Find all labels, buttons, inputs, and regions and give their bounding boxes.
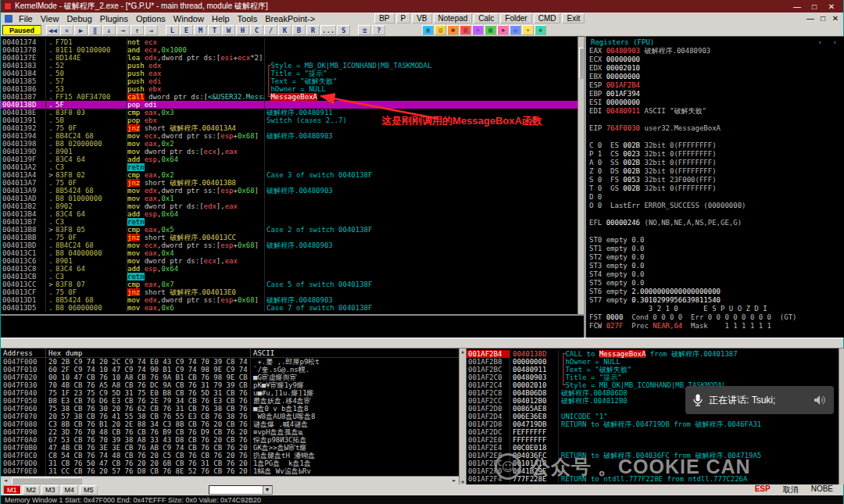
command-input[interactable] <box>209 486 263 494</box>
menu-tools[interactable]: Tools <box>234 14 262 23</box>
disasm-row[interactable]: 004013C1.B8 04000000mov eax,0x4 <box>1 249 584 257</box>
mdi-close-button[interactable]: ✕ <box>829 13 842 24</box>
maximize-button[interactable]: □ <box>806 1 823 12</box>
register-line[interactable]: ST0 empty 0.0 <box>589 236 844 245</box>
disasm-row[interactable]: 004013B8>83F8 05cmp eax,0x5Case 2 of swi… <box>1 226 584 234</box>
status-tab-m3[interactable]: M3 <box>41 485 59 495</box>
disasm-row[interactable]: 004013A9.8B5424 68mov edx,dword ptr ss:[… <box>1 187 584 195</box>
restart-button[interactable]: ◀◀ <box>46 25 59 35</box>
memory-dump-panel[interactable]: Address Hex dump ASCII 0047F00020 2B C9 … <box>1 349 459 484</box>
memory-row[interactable]: 0047F080C3 8B CB 76 B1 20 2E 88 34 C3 8B… <box>1 420 459 428</box>
mdi-minimize-button[interactable]: — <box>804 13 817 24</box>
mdi-restore-button[interactable]: □ <box>817 13 829 24</box>
memory-row[interactable]: 0047F04075 1F 23 75 C9 5D 31 75 E0 B8 CB… <box>1 389 459 397</box>
memory-hscrollbar-thumb[interactable] <box>12 477 82 484</box>
register-line[interactable]: T 0 GS 002B 32bit 0(FFFFFFFF) <box>589 184 844 193</box>
stack-row[interactable]: 001AF2B800000000│hOwner = NULL <box>467 358 839 366</box>
run-button[interactable]: ▶ <box>74 25 88 35</box>
view-button-item[interactable]: ... <box>320 25 336 35</box>
disasm-row[interactable]: 004013A7.75 0Fjnz short 破解程序.004013B8 <box>1 179 584 187</box>
memory-hscrollbar[interactable]: ◄ ► <box>1 476 459 484</box>
disasm-row[interactable]: 0040137E.8D144Elea edx,dword ptr ds:[esi… <box>1 54 584 62</box>
register-line[interactable]: EBX 00000000 <box>589 73 844 81</box>
step-into-button[interactable]: ↓ <box>102 25 116 35</box>
register-line[interactable] <box>589 210 844 219</box>
register-line[interactable]: ST2 empty 0.0 <box>589 253 844 262</box>
menu-plugins[interactable]: Plugins <box>96 14 132 23</box>
register-line[interactable]: D 0 <box>589 193 844 202</box>
register-line[interactable]: EFL 00000246 (NO,NB,NE,A,NS,PE,GE,G) <box>589 219 844 227</box>
view-button-l[interactable]: L <box>166 25 179 35</box>
view-button-t[interactable]: T <box>208 25 221 35</box>
view-button-h[interactable]: H <box>236 25 249 35</box>
memory-row[interactable]: 0047F0B047 4B CB 76 3E 3E CB 76 AB C9 74… <box>1 444 459 452</box>
help-button[interactable]: ? <box>372 25 385 35</box>
view-button-m[interactable]: M <box>194 25 207 35</box>
plugin-icon-memory[interactable]: ▥ <box>460 25 471 35</box>
view-button-e[interactable]: E <box>180 25 193 35</box>
stack-row[interactable]: 001AF2C000480903│Title = "提示" <box>467 374 839 381</box>
register-line[interactable]: A 0 SS 002B 32bit 0(FFFFFFFF) <box>589 159 844 167</box>
stack-scrollbar[interactable] <box>839 349 844 484</box>
register-line[interactable]: C 0 ES 002B 32bit 0(FFFFFFFF) <box>589 141 844 150</box>
registers-panel[interactable]: Registers (FPU) ‹ › EAX 00480903 破解程序.00… <box>584 36 844 338</box>
menubar-button-exit[interactable]: Exit <box>562 13 585 23</box>
register-line[interactable]: EBP 001AF394 <box>589 90 844 98</box>
scroll-right-arrow-icon[interactable]: ► <box>449 477 459 484</box>
memory-row[interactable]: 0047F09022 3D 76 70 48 CB 76 CB 76 B9 CB… <box>1 428 459 436</box>
disasm-row[interactable]: 004013C8.83C4 64add esp,0x64 <box>1 265 584 273</box>
plugin-icon-patches[interactable]: + <box>522 25 534 35</box>
disasm-row[interactable]: 004013D5.B8 06000000mov eax,0x6Case 7 of… <box>1 304 584 312</box>
register-line[interactable]: ESP 001AF2B4 <box>589 81 844 90</box>
disasm-row[interactable]: 00401385.57push edi│Text = "破解失败" <box>1 77 584 85</box>
plugin-icon-log[interactable]: ▤ <box>435 25 446 35</box>
stack-row[interactable]: 001AF2D8004719DBRETURN to 破解程序.004719DB … <box>467 420 839 428</box>
view-button-k[interactable]: K <box>278 25 291 35</box>
register-line[interactable]: ST3 empty 0.0 <box>589 262 844 270</box>
status-tab-m4[interactable]: M4 <box>61 485 79 495</box>
register-line[interactable]: EIP 764F0030 user32.MessageBoxA <box>589 124 844 133</box>
disasm-row[interactable]: 004013C6.8901mov dword ptr ds:[ecx],eax <box>1 257 584 265</box>
registers-scroll-left-button[interactable]: ‹ <box>815 38 825 46</box>
plugin-icon-cpu[interactable]: ▣ <box>422 25 434 35</box>
register-line[interactable]: O 0 LastErr ERROR_SUCCESS (00000000) <box>589 202 844 210</box>
memory-row[interactable]: 0047F050B8 E3 CB 76 D6 E3 CB 76 2E 79 34… <box>1 397 459 405</box>
disasm-row[interactable]: 004013D1.8B5424 68mov edx,dword ptr ss:[… <box>1 296 584 304</box>
menubar-button-notepad[interactable]: Notepad <box>434 13 473 23</box>
register-line[interactable]: ST1 empty 0.0 <box>589 245 844 253</box>
memory-row[interactable]: 0047F06075 38 CB 76 30 20 76 62 CB 76 31… <box>1 405 459 413</box>
stack-row[interactable]: 001AF2E400C0E018 <box>467 444 839 452</box>
status-tab-m1[interactable]: M1 <box>3 485 21 495</box>
disasm-row[interactable]: 00401386.53push ebx│hOwner = NULL <box>1 85 584 93</box>
status-tab-m5[interactable]: M5 <box>80 485 98 495</box>
disassembly-panel[interactable]: 00401374.F7D1not ecx00401378.81E1 001000… <box>1 36 584 314</box>
plugin-icon-modules[interactable]: ▦ <box>485 25 496 35</box>
plugin-icon-handles[interactable]: ◆ <box>497 25 509 35</box>
menu-window[interactable]: Window <box>170 14 208 23</box>
disasm-row[interactable]: 004013B2.8902mov dword ptr ds:[edx],eax <box>1 202 584 210</box>
plugin-icon-trace[interactable]: ◎ <box>510 25 521 35</box>
run-to-return-button[interactable]: ↑ <box>131 25 144 35</box>
view-button-b[interactable]: B <box>292 25 306 35</box>
memory-row[interactable]: 0047F02000 10 47 CB 76 10 A8 CB 76 9A B1… <box>1 374 459 381</box>
register-line[interactable] <box>589 116 844 124</box>
step-over-button[interactable]: → <box>116 25 130 35</box>
view-button-item[interactable]: / <box>264 25 277 35</box>
register-line[interactable]: EDX 00002010 <box>589 64 844 73</box>
view-button-w[interactable]: W <box>222 25 235 35</box>
disasm-row[interactable]: 004013CF.75 0Fjnz short 破解程序.004013E0 <box>1 288 584 296</box>
memory-row[interactable]: 0047F0A067 53 CB 76 70 39 38 A8 33 43 D8… <box>1 436 459 444</box>
register-line[interactable]: ST6 empty 2.0000000000000000000 <box>589 288 844 296</box>
registers-scroll-right-button[interactable]: › <box>830 38 840 46</box>
close-button[interactable]: ✕ <box>823 1 840 12</box>
scroll-down-arrow-icon[interactable]: ▼ <box>461 479 464 484</box>
register-line[interactable]: ST4 empty 0.0 <box>589 270 844 279</box>
minimize-button[interactable]: — <box>789 1 806 12</box>
scroll-up-arrow-icon[interactable]: ▲ <box>461 349 464 354</box>
view-button-s[interactable]: S <box>337 25 350 35</box>
disasm-row[interactable]: 00401398.B8 02000000mov eax,0x2 <box>1 140 584 148</box>
plugin-icon-threads[interactable]: ≈ <box>472 25 484 35</box>
menubar-button-vb[interactable]: VB <box>412 13 431 23</box>
disasm-row[interactable]: 004013AD.B8 01000000mov eax,0x1 <box>1 195 584 202</box>
menu-view[interactable]: View <box>37 14 63 23</box>
